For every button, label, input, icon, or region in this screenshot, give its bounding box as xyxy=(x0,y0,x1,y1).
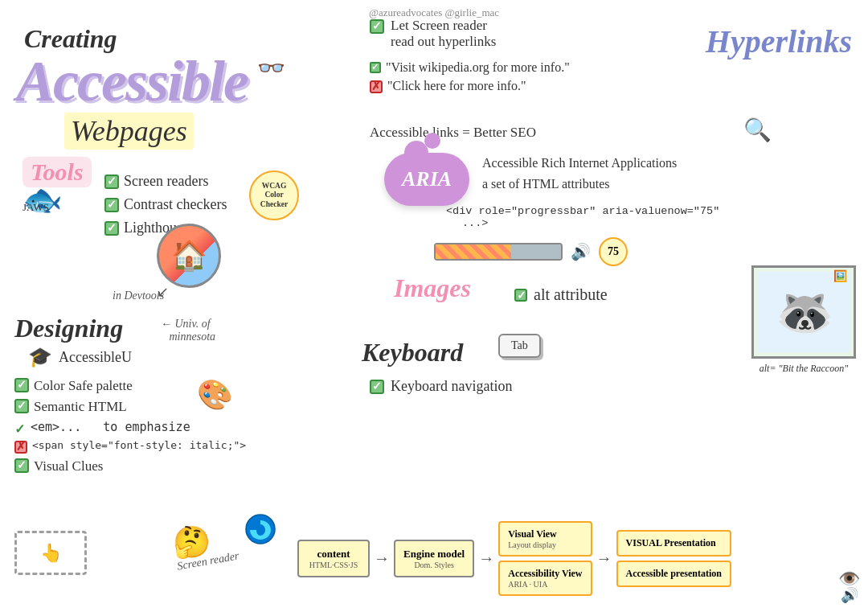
flow-accessible-presentation-box: Accessible presentation xyxy=(616,561,731,587)
check-icon xyxy=(514,289,527,302)
x-icon xyxy=(370,80,383,93)
images-title: Images xyxy=(394,273,471,303)
flow-accessibility-view-box: Accessibility View ARIA · UIA xyxy=(498,561,592,596)
raccoon-alt-label: alt= "Bit the Raccoon" xyxy=(751,363,856,375)
arrow-devtools: ↙ xyxy=(157,283,169,301)
raccoon-container: 🖼️ 🦝 alt= "Bit the Raccoon" xyxy=(751,265,856,375)
wcag-badge: WCAGColorChecker xyxy=(249,170,299,220)
aria-text-content: Accessible Rich Internet Applicationsa s… xyxy=(482,156,677,191)
raccoon-frame: 🖼️ 🦝 xyxy=(751,265,856,359)
keyboard-navigation: Keyboard navigation xyxy=(370,378,512,395)
hyperlinks-title: Hyperlinks xyxy=(706,23,852,60)
title-accessible: Accessible xyxy=(16,48,248,115)
tool-label: Visual Clues xyxy=(34,458,103,474)
keyboard-nav-label: Keyboard navigation xyxy=(391,378,512,395)
progress-bar-filled xyxy=(436,244,511,259)
list-item: <em>... to emphasize xyxy=(14,420,246,434)
accessible-u: 🎓 AccessibleU xyxy=(28,346,132,368)
flow-arrow-1: → xyxy=(374,549,390,568)
tool-label: <em>... to emphasize xyxy=(31,420,190,434)
check-icon xyxy=(104,198,119,212)
hyperlinks-list: "Visit wikipedia.org for more info." "Cl… xyxy=(370,60,570,97)
screen-reader-read: Let Screen readerread out hyperlinks xyxy=(370,18,496,50)
tool-label: Screen readers xyxy=(124,173,208,190)
check-icon xyxy=(370,19,384,34)
flow-accessibility-view-sub: ARIA · UIA xyxy=(508,580,582,589)
jaws-label: JAWS xyxy=(23,201,49,214)
flow-engine-sub: Dom. Styles xyxy=(403,561,465,569)
check-icon xyxy=(104,221,119,236)
flow-visual-view-sub: Layout display xyxy=(508,540,582,549)
accessible-u-label: AccessibleU xyxy=(59,349,132,366)
tool-label: Color Safe palette xyxy=(34,378,133,394)
check-icon xyxy=(104,175,119,189)
list-item: Visual Clues xyxy=(14,458,246,474)
check-icon xyxy=(14,378,29,392)
keyboard-title: Keyboard xyxy=(362,338,463,368)
cursor-icon: 👆 xyxy=(40,543,62,564)
main-canvas: @azureadvocates @girlie_mac Creating Acc… xyxy=(0,0,868,612)
aria-code: <div role="progressbar" aria-valuenow="7… xyxy=(446,205,719,229)
title-webpages: Webpages xyxy=(64,113,194,150)
edge-browser-icon xyxy=(245,514,276,552)
progress-value: 75 xyxy=(599,237,628,266)
accessible-links-seo: Accessible links = Better SEO xyxy=(370,125,536,141)
list-item: <span style="font-style: italic;"> xyxy=(14,439,246,454)
flow-visual-presentation-title: VISUAL Presentation xyxy=(626,537,722,549)
flow-arrow-2: → xyxy=(478,549,494,568)
flow-visual-presentation-box: VISUAL Presentation xyxy=(616,530,731,557)
x-icon xyxy=(14,441,27,454)
alt-attribute-label: alt attribute xyxy=(534,285,608,304)
graduation-cap-icon: 🎓 xyxy=(28,346,52,368)
flow-diagram: content HTML·CSS·JS → Engine model Dom. … xyxy=(297,521,731,596)
list-item: "Click here for more info." xyxy=(370,79,570,93)
flow-visual-view-title: Visual View xyxy=(508,528,582,540)
aria-description: Accessible Rich Internet Applicationsa s… xyxy=(482,153,677,194)
flow-engine-box: Engine model Dom. Styles xyxy=(394,540,474,577)
progress-bar-remaining xyxy=(511,244,561,259)
check-icon xyxy=(14,399,29,413)
check-icon-small xyxy=(14,421,26,433)
check-icon-sm xyxy=(370,62,381,73)
progress-bar xyxy=(434,243,563,261)
flow-arrow-3: → xyxy=(596,549,612,568)
tool-label: Semantic HTML xyxy=(34,399,127,415)
aria-cloud: ARIA xyxy=(384,153,469,206)
alt-attribute: alt attribute xyxy=(514,285,608,304)
lighthouse-icon: 🏠 xyxy=(157,224,221,288)
screen-reader-read-label: Let Screen readerread out hyperlinks xyxy=(391,18,496,50)
flow-accessibility-view-title: Accessibility View xyxy=(508,568,582,580)
flow-split-views: Visual View Layout display Accessibility… xyxy=(498,521,592,596)
good-link-label: "Visit wikipedia.org for more info." xyxy=(386,60,570,75)
speaker-bottom-icon: 🔊 xyxy=(841,586,858,604)
designing-title: Designing xyxy=(14,314,123,343)
visual-clues-box: 👆 xyxy=(14,531,87,575)
glasses-icon: 👓 xyxy=(257,55,285,81)
tab-key: Tab xyxy=(498,334,541,358)
flow-presentations: VISUAL Presentation Accessible presentat… xyxy=(616,530,731,587)
magnifier-icon: 🔍 xyxy=(743,117,772,143)
flow-engine-title: Engine model xyxy=(403,548,465,561)
flow-visual-view-box: Visual View Layout display xyxy=(498,521,592,557)
thinking-emoji: 🤔 xyxy=(173,524,211,560)
bad-link-label: "Click here for more info." xyxy=(387,79,526,93)
univ-minnesota-label: ← Univ. of minnesota xyxy=(161,318,215,343)
list-item: Contrast checkers xyxy=(104,196,227,213)
flow-content-box: content HTML·CSS·JS xyxy=(297,540,370,577)
check-icon xyxy=(370,380,384,394)
progress-bar-container: 🔊 75 xyxy=(434,237,628,266)
flow-content-sub: HTML·CSS·JS xyxy=(307,561,360,569)
raccoon-image: 🦝 xyxy=(758,272,850,352)
tool-label: <span style="font-style: italic;"> xyxy=(32,439,246,451)
flow-content-title: content xyxy=(307,548,360,561)
list-item: "Visit wikipedia.org for more info." xyxy=(370,60,570,75)
palette-icon: 🎨 xyxy=(197,378,233,412)
tool-label: Contrast checkers xyxy=(124,196,227,213)
speaker-icon: 🔊 xyxy=(571,242,591,261)
check-icon xyxy=(14,458,29,473)
list-item: Screen readers xyxy=(104,173,227,190)
photo-icon: 🖼️ xyxy=(833,269,847,283)
flow-accessible-presentation-title: Accessible presentation xyxy=(626,568,722,580)
